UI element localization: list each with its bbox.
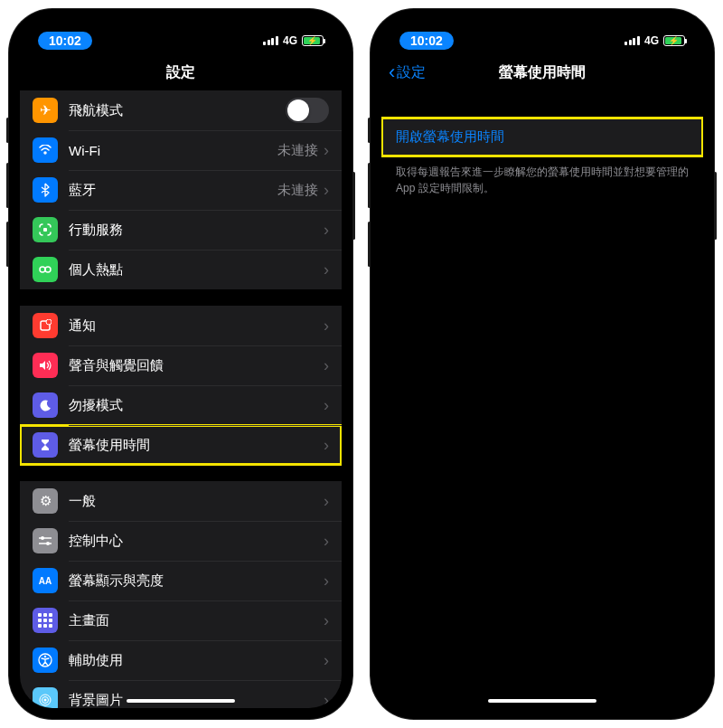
chevron-right-icon: › [324,396,329,415]
battery-icon: ⚡ [663,35,685,46]
home-indicator[interactable] [127,699,235,703]
gear-icon: ⚙ [33,488,58,514]
row-label: 螢幕顯示與亮度 [69,572,324,590]
bluetooth-icon [33,177,58,203]
svg-point-10 [44,656,47,658]
row-label: 一般 [69,493,324,510]
volume-up [6,163,9,208]
row-label: Wi-Fi [69,143,277,158]
cellular-icon [33,217,58,242]
row-wallpaper[interactable]: 背景圖片 › [20,680,342,708]
mute-switch [6,118,9,143]
svg-point-1 [40,267,45,272]
row-value: 未連接 [277,142,318,159]
page-title: 螢幕使用時間 [499,63,586,82]
wallpaper-icon [33,687,58,708]
svg-rect-0 [43,228,47,232]
back-button[interactable]: ‹ 設定 [389,62,426,82]
sliders-icon [33,528,58,553]
status-time[interactable]: 10:02 [399,32,454,50]
row-label: 通知 [69,317,324,335]
chevron-left-icon: ‹ [389,62,395,82]
chevron-right-icon: › [324,651,329,670]
row-label: 控制中心 [69,533,324,550]
nav-header: 設定 [20,54,342,90]
row-accessibility[interactable]: 輔助使用 › [20,640,342,680]
row-screen-time[interactable]: 螢幕使用時間 › [20,425,342,465]
settings-group-attention: 通知 › 聲音與觸覺回饋 › 勿擾模式 › 螢幕使用時間 › [20,306,342,465]
screen-time-content[interactable]: 開啟螢幕使用時間 取得每週報告來進一步瞭解您的螢幕使用時間並對想要管理的 App… [381,90,703,708]
row-sounds[interactable]: 聲音與觸覺回饋 › [20,345,342,385]
home-indicator[interactable] [488,699,596,703]
row-label: 輔助使用 [69,652,324,669]
row-label: 螢幕使用時間 [69,437,324,454]
battery-icon: ⚡ [302,35,324,46]
notifications-icon [33,313,58,338]
settings-list[interactable]: ✈ 飛航模式 Wi-Fi 未連接 › 藍牙 未連接 › [20,90,342,708]
signal-icon [263,36,278,45]
network-label: 4G [644,34,659,47]
phone-right-screen-time: 10:02 4G ⚡ ‹ 設定 螢幕使用時間 開啟螢幕使用時間 取得每週報告來進… [371,9,714,719]
nav-header: ‹ 設定 螢幕使用時間 [381,54,703,90]
svg-point-2 [45,267,51,272]
row-home-screen[interactable]: 主畫面 › [20,600,342,640]
enable-screen-time-button[interactable]: 開啟螢幕使用時間 [381,118,703,156]
row-wifi[interactable]: Wi-Fi 未連接 › [20,130,342,170]
airplane-toggle[interactable] [286,98,329,123]
airplane-icon: ✈ [33,98,58,123]
row-label: 行動服務 [69,222,324,239]
settings-group-connectivity: ✈ 飛航模式 Wi-Fi 未連接 › 藍牙 未連接 › [20,90,342,289]
row-display[interactable]: AA 螢幕顯示與亮度 › [20,561,342,600]
row-cellular[interactable]: 行動服務 › [20,210,342,250]
display-icon: AA [33,568,58,593]
notch [461,20,624,43]
row-label: 勿擾模式 [69,397,324,414]
row-do-not-disturb[interactable]: 勿擾模式 › [20,385,342,425]
row-notifications[interactable]: 通知 › [20,306,342,345]
volume-down [6,222,9,267]
footer-description: 取得每週報告來進一步瞭解您的螢幕使用時間並對想要管理的 App 設定時間限制。 [381,156,703,203]
svg-point-13 [44,699,47,702]
home-grid-icon [33,608,58,633]
page-title: 設定 [166,63,195,82]
chevron-right-icon: › [324,436,329,455]
power-button [352,172,355,240]
chevron-right-icon: › [324,492,329,511]
row-label: 藍牙 [69,182,277,199]
chevron-right-icon: › [324,181,329,200]
row-bluetooth[interactable]: 藍牙 未連接 › [20,170,342,210]
chevron-right-icon: › [324,260,329,279]
svg-point-4 [46,319,52,325]
action-label: 開啟螢幕使用時間 [396,128,689,146]
network-label: 4G [283,34,297,47]
back-label: 設定 [397,63,426,82]
power-button [714,172,717,240]
chevron-right-icon: › [324,611,329,630]
chevron-right-icon: › [324,221,329,240]
chevron-right-icon: › [324,141,329,160]
settings-group-general: ⚙ 一般 › 控制中心 › AA 螢幕顯示與亮度 › 主畫面 › [20,481,342,708]
row-label: 聲音與觸覺回饋 [69,357,324,374]
accessibility-icon [33,648,58,673]
hourglass-icon [33,432,58,458]
phone-left-settings: 10:02 4G ⚡ 設定 ✈ 飛航模式 Wi-Fi 未連接 [9,9,352,719]
row-airplane-mode[interactable]: ✈ 飛航模式 [20,90,342,130]
row-label: 主畫面 [69,612,324,629]
chevron-right-icon: › [324,317,329,336]
row-general[interactable]: ⚙ 一般 › [20,481,342,521]
volume-down [368,222,371,267]
status-time[interactable]: 10:02 [38,32,92,50]
signal-icon [624,36,640,45]
row-label: 個人熱點 [69,261,324,279]
volume-up [368,163,371,208]
chevron-right-icon: › [324,572,329,591]
sounds-icon [33,353,58,378]
moon-icon [33,392,58,418]
chevron-right-icon: › [324,356,329,375]
notch [99,20,262,43]
row-control-center[interactable]: 控制中心 › [20,521,342,561]
chevron-right-icon: › [324,691,329,709]
row-label: 飛航模式 [69,102,286,119]
row-hotspot[interactable]: 個人熱點 › [20,250,342,289]
row-value: 未連接 [277,182,318,199]
